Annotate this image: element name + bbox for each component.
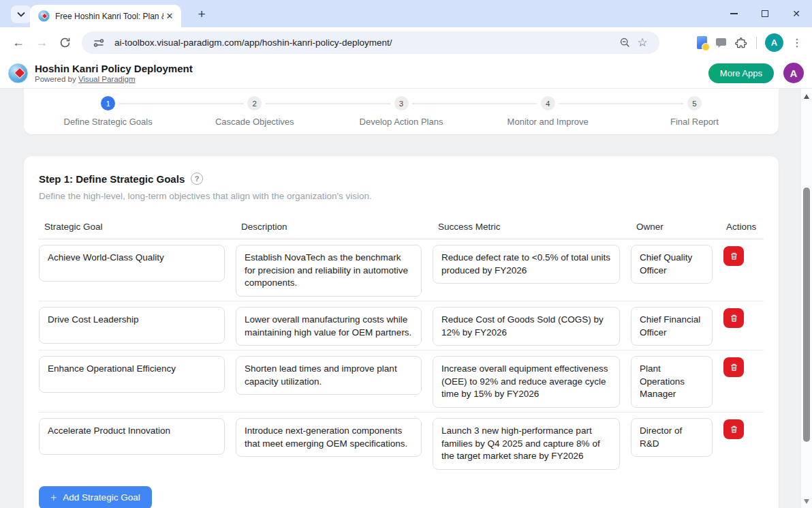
table-header-row: Strategic Goal Description Success Metri… (39, 216, 764, 239)
strategic-goals-table: Strategic Goal Description Success Metri… (39, 216, 764, 474)
table-row: Drive Cost Leadership Lower overall manu… (39, 301, 764, 350)
bookmark-star-icon[interactable]: ☆ (634, 35, 651, 50)
tab-title: Free Hoshin Kanri Tool: Plan & E (55, 12, 163, 21)
trash-icon (730, 363, 738, 372)
extension-doc-icon[interactable] (697, 36, 707, 49)
browser-profile-avatar[interactable]: A (765, 33, 783, 52)
scrollbar-thumb[interactable] (803, 188, 810, 442)
chevron-down-icon (17, 12, 25, 17)
step-monitor-and-improve: 4 Monitor and Improve (475, 89, 621, 134)
minimize-icon (730, 13, 738, 14)
tab-close-icon[interactable]: ✕ (163, 10, 176, 23)
scrollbar-down-arrow[interactable] (804, 499, 809, 504)
app-header: Hoshin Kanri Policy Deployment Powered b… (0, 58, 812, 89)
owner-input[interactable]: Chief Quality Officer (631, 245, 713, 284)
owner-input[interactable]: Director of R&D (631, 418, 713, 457)
table-row: Enhance Operational Efficiency Shorten l… (39, 350, 764, 413)
plus-icon: + (50, 492, 57, 503)
description-input[interactable]: Shorten lead times and improve plant cap… (236, 356, 422, 395)
browser-toolbar: ← → ai-toolbox.visual-paradigm.com/app/h… (0, 27, 812, 58)
help-icon[interactable]: ? (191, 173, 203, 185)
back-button[interactable]: ← (7, 31, 30, 55)
step-description: Define the high-level, long-term objecti… (39, 191, 764, 201)
metric-input[interactable]: Increase overall equipment effectiveness… (433, 356, 620, 408)
zoom-icon[interactable] (616, 37, 634, 48)
page-content: 1 Define Strategic Goals 2 Cascade Objec… (0, 89, 812, 508)
owner-input[interactable]: Plant Operations Manager (631, 356, 713, 408)
delete-goal-button[interactable] (723, 419, 744, 439)
step-cascade-objectives: 2 Cascade Objectives (181, 89, 328, 134)
step-define-strategic-goals: 1 Define Strategic Goals (35, 89, 181, 134)
reload-button[interactable] (53, 31, 76, 55)
site-settings-icon[interactable] (90, 38, 108, 48)
goal-input[interactable]: Accelerate Product Innovation (39, 418, 225, 455)
add-strategic-goal-button[interactable]: + Add Strategic Goal (39, 486, 152, 508)
tab-search-button[interactable] (11, 5, 31, 23)
step-circle-1[interactable]: 1 (101, 96, 115, 110)
trash-icon (730, 252, 738, 260)
user-avatar[interactable]: A (783, 63, 804, 83)
extensions-puzzle-icon[interactable] (735, 36, 748, 49)
owner-input[interactable]: Chief Financial Officer (631, 307, 713, 346)
header-strategic-goal: Strategic Goal (39, 222, 225, 232)
trash-icon (730, 425, 738, 434)
url-text: ai-toolbox.visual-paradigm.com/app/hoshi… (114, 38, 616, 48)
forward-button[interactable]: → (30, 31, 53, 55)
step-develop-action-plans: 3 Develop Action Plans (328, 89, 474, 134)
more-apps-button[interactable]: More Apps (708, 63, 774, 83)
visual-paradigm-link[interactable]: Visual Paradigm (78, 75, 136, 83)
maximize-icon (762, 10, 768, 17)
step-circle-4[interactable]: 4 (541, 96, 555, 110)
step-circle-3[interactable]: 3 (394, 96, 409, 110)
address-bar[interactable]: ai-toolbox.visual-paradigm.com/app/hoshi… (82, 31, 659, 54)
tab-favicon (38, 10, 50, 22)
description-input[interactable]: Establish NovaTech as the benchmark for … (236, 245, 422, 297)
step-circle-2[interactable]: 2 (247, 96, 262, 110)
page-title: Step 1: Define Strategic Goals (39, 173, 185, 185)
toolbar-divider (756, 37, 757, 49)
stepper: 1 Define Strategic Goals 2 Cascade Objec… (24, 89, 779, 134)
page-scrollbar[interactable] (800, 89, 812, 508)
table-row: Achieve World-Class Quality Establish No… (39, 239, 764, 301)
new-tab-button[interactable]: + (193, 6, 210, 23)
metric-input[interactable]: Reduce Cost of Goods Sold (COGS) by 12% … (433, 307, 620, 346)
description-input[interactable]: Introduce next-generation components tha… (236, 418, 422, 457)
delete-goal-button[interactable] (723, 246, 744, 266)
header-actions: Actions (723, 222, 755, 232)
header-owner: Owner (631, 222, 713, 232)
delete-goal-button[interactable] (723, 357, 744, 377)
header-description: Description (236, 222, 422, 232)
app-title: Hoshin Kanri Policy Deployment (35, 63, 193, 75)
scrollbar-up-arrow[interactable] (804, 94, 809, 99)
step1-panel: Step 1: Define Strategic Goals ? Define … (24, 156, 779, 508)
step-circle-5[interactable]: 5 (687, 96, 702, 110)
metric-input[interactable]: Reduce defect rate to <0.5% of total uni… (433, 245, 620, 284)
minimize-button[interactable] (718, 0, 749, 27)
delete-goal-button[interactable] (723, 308, 744, 328)
step-final-report: 5 Final Report (621, 89, 768, 134)
goal-input[interactable]: Drive Cost Leadership (39, 307, 225, 344)
app-logo-icon (8, 63, 28, 83)
browser-menu-kebab-icon[interactable]: ⋮ (792, 38, 802, 48)
table-row: Accelerate Product Innovation Introduce … (39, 413, 764, 474)
description-input[interactable]: Lower overall manufacturing costs while … (236, 307, 422, 346)
reload-icon (59, 37, 71, 48)
goal-input[interactable]: Achieve World-Class Quality (39, 245, 225, 282)
browser-tab-strip: Free Hoshin Kanri Tool: Plan & E ✕ + ✕ (0, 0, 812, 27)
goal-input[interactable]: Enhance Operational Efficiency (39, 356, 225, 393)
trash-icon (730, 314, 738, 323)
header-success-metric: Success Metric (433, 222, 620, 232)
metric-input[interactable]: Launch 3 new high-performance part famil… (433, 418, 620, 470)
active-browser-tab[interactable]: Free Hoshin Kanri Tool: Plan & E ✕ (30, 5, 181, 27)
feedback-icon[interactable] (715, 38, 727, 48)
maximize-button[interactable] (749, 0, 781, 27)
powered-by: Powered by Visual Paradigm (35, 75, 193, 83)
close-icon: ✕ (792, 8, 800, 19)
close-button[interactable]: ✕ (781, 0, 812, 27)
